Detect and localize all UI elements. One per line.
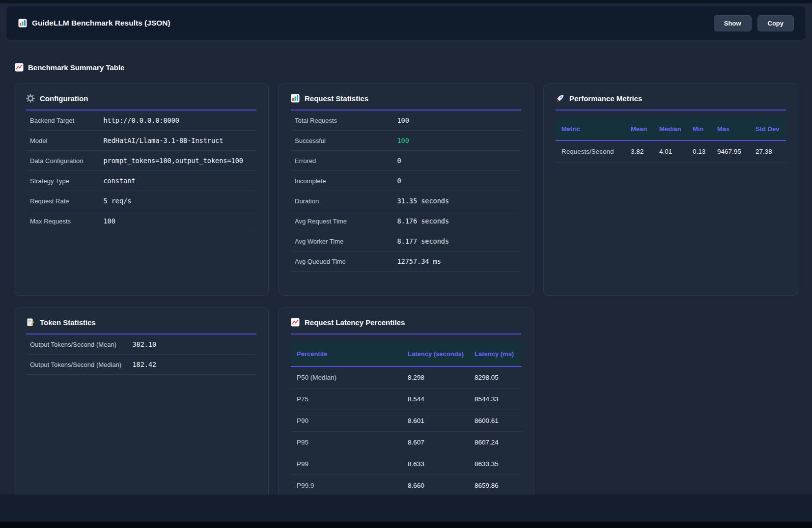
stat-label: Duration <box>295 197 397 205</box>
percentile-name: P95 <box>297 439 404 446</box>
stat-value: prompt_tokens=100,output_tokens=100 <box>103 157 243 165</box>
footer-band <box>0 495 812 522</box>
request-statistics-card-title-text: Request Statistics <box>305 94 368 103</box>
header-actions: Show Copy <box>714 15 794 31</box>
stat-row: Successful100 <box>291 131 521 151</box>
stat-label: Strategy Type <box>30 177 103 185</box>
stat-label: Max Requests <box>30 218 103 225</box>
stat-value: 8.177 seconds <box>397 237 449 245</box>
table-row: P75 8.544 8544.33 <box>291 389 521 410</box>
configuration-card-title: Configuration <box>26 94 256 111</box>
stat-row: ModelRedHatAI/Llama-3.1-8B-Instruct <box>26 131 256 151</box>
table-row: P99.9 8.660 8659.86 <box>291 475 521 497</box>
bottom-edge-strip <box>0 522 812 528</box>
column-header: Metric <box>561 124 627 134</box>
configuration-card: Configuration Backend Targethttp://0.0.0… <box>14 83 269 296</box>
section-heading-text: Benchmark Summary Table <box>28 63 124 72</box>
stat-value: RedHatAI/Llama-3.1-8B-Instruct <box>103 137 223 144</box>
latency-seconds: 8.601 <box>408 417 471 424</box>
percentile-name: P99 <box>297 460 404 468</box>
cards-row-2: Token Statistics Output Tokens/Second (M… <box>0 307 812 507</box>
stat-label: Backend Target <box>30 117 103 124</box>
latency-percentiles-card-title: Request Latency Percentiles <box>291 318 521 334</box>
stat-row: Backend Targethttp://0.0.0.0:8000 <box>26 111 256 131</box>
stat-row: Total Requests100 <box>291 111 521 131</box>
table-row: Requests/Second 3.82 4.01 0.13 9467.95 2… <box>556 141 786 163</box>
latency-seconds: 8.633 <box>408 460 471 468</box>
stat-row: Request Rate5 req/s <box>26 191 256 211</box>
gear-icon <box>26 94 35 103</box>
latency-ms: 8600.61 <box>475 417 515 424</box>
cards-row-1: Configuration Backend Targethttp://0.0.0… <box>0 83 812 296</box>
table-row: P90 8.601 8600.61 <box>291 410 521 432</box>
stat-value: 0 <box>397 157 401 165</box>
line-chart-icon <box>15 63 24 72</box>
stat-label: Avg Queued Time <box>295 258 397 265</box>
performance-metrics-table-header: Metric Mean Median Min Max Std Dev <box>556 118 786 141</box>
stat-row: Output Tokens/Second (Mean)382.10 <box>26 334 256 355</box>
stat-value: 0 <box>397 177 401 185</box>
stat-label: Data Configuration <box>30 157 103 165</box>
stat-value: 12757.34 ms <box>397 257 441 265</box>
metric-min: 0.13 <box>693 148 713 155</box>
percentile-name: P99.9 <box>297 482 404 489</box>
column-header: Std Dev <box>756 124 780 134</box>
stat-value: 100 <box>103 217 115 225</box>
stat-label: Errored <box>295 157 397 165</box>
bar-chart-icon <box>291 94 300 103</box>
request-statistics-card-title: Request Statistics <box>291 94 521 111</box>
request-statistics-rows: Total Requests100 Successful100 Errored0… <box>291 111 521 272</box>
metric-std-dev: 27.38 <box>756 148 780 155</box>
section-heading: Benchmark Summary Table <box>15 63 812 72</box>
latency-percentiles-card: Request Latency Percentiles Percentile L… <box>279 307 533 507</box>
stat-row: Output Tokens/Second (Median)182.42 <box>26 355 256 375</box>
stat-value: constant <box>103 177 135 185</box>
percentile-name: P90 <box>297 417 404 424</box>
stat-row: Errored0 <box>291 151 521 171</box>
stat-label: Incomplete <box>295 177 397 185</box>
latency-ms: 8298.05 <box>475 374 515 381</box>
performance-metrics-card-title-text: Performance Metrics <box>569 94 642 103</box>
stat-value-success: 100 <box>397 137 409 144</box>
stat-label: Avg Request Time <box>295 218 397 225</box>
metric-median: 4.01 <box>659 148 689 155</box>
performance-metrics-table: Metric Mean Median Min Max Std Dev Reque… <box>556 118 786 163</box>
stat-row: Avg Worker Time8.177 seconds <box>291 231 521 251</box>
stat-value: 5 req/s <box>103 197 131 205</box>
column-header: Max <box>717 124 752 134</box>
token-statistics-card-title-text: Token Statistics <box>40 318 96 327</box>
stat-label: Total Requests <box>295 117 397 124</box>
table-row: P99 8.633 8633.35 <box>291 453 521 475</box>
latency-seconds: 8.544 <box>408 395 471 403</box>
stat-row: Data Configurationprompt_tokens=100,outp… <box>26 151 256 171</box>
column-header: Latency (seconds) <box>408 349 471 359</box>
page-title: GuideLLM Benchmark Results (JSON) <box>18 19 170 28</box>
top-edge-strip <box>0 0 812 3</box>
table-row: P50 (Median) 8.298 8298.05 <box>291 367 521 389</box>
stat-row: Duration31.35 seconds <box>291 191 521 211</box>
stat-label: Output Tokens/Second (Median) <box>30 361 132 368</box>
column-header: Percentile <box>297 349 404 359</box>
percentile-name: P50 (Median) <box>297 374 404 381</box>
stat-value: 8.176 seconds <box>397 217 449 225</box>
latency-ms: 8633.35 <box>475 460 515 468</box>
performance-metrics-card-title: Performance Metrics <box>556 94 786 111</box>
table-row: P95 8.607 8607.24 <box>291 432 521 453</box>
latency-percentiles-table: Percentile Latency (seconds) Latency (ms… <box>291 342 521 497</box>
column-header: Median <box>659 124 689 134</box>
stat-row: Avg Request Time8.176 seconds <box>291 211 521 231</box>
percentile-name: P75 <box>297 395 404 403</box>
line-chart-icon <box>291 318 300 327</box>
metric-mean: 3.82 <box>631 148 655 155</box>
latency-seconds: 8.298 <box>408 374 471 381</box>
stat-label: Output Tokens/Second (Mean) <box>30 341 132 348</box>
copy-button[interactable]: Copy <box>757 15 794 31</box>
bar-chart-icon <box>18 19 27 28</box>
column-header: Latency (ms) <box>475 349 515 359</box>
stat-value: 100 <box>397 116 409 124</box>
configuration-card-title-text: Configuration <box>40 94 88 103</box>
latency-ms: 8659.86 <box>475 482 515 489</box>
rocket-icon <box>556 94 564 103</box>
show-button[interactable]: Show <box>714 15 752 31</box>
page-title-text: GuideLLM Benchmark Results (JSON) <box>32 19 170 28</box>
